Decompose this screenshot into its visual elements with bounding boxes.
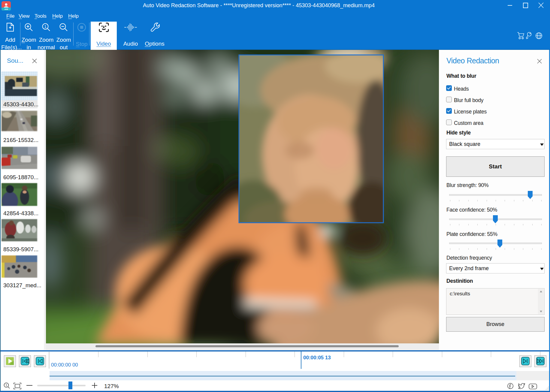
svg-text:1: 1 bbox=[5, 384, 7, 387]
svg-text:AVR: AVR bbox=[4, 8, 8, 10]
svg-text:1: 1 bbox=[44, 24, 46, 29]
